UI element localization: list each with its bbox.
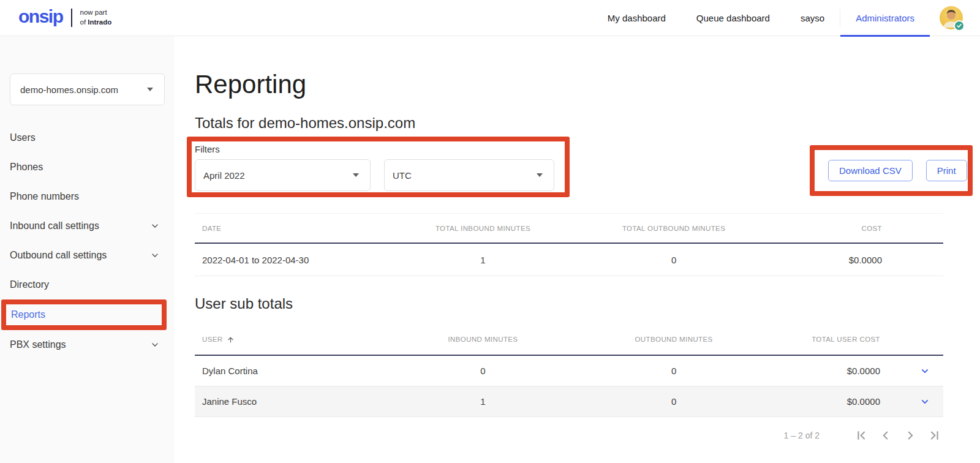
sidebar-item-label: Phones	[10, 162, 43, 173]
sidebar-item-phones[interactable]: Phones	[0, 152, 175, 182]
cell-inbound: 0	[390, 366, 577, 376]
first-page-button[interactable]	[853, 427, 870, 444]
col-header-date: DATE	[195, 225, 390, 232]
col-header-outbound: OUTBOUND MINUTES	[576, 336, 771, 343]
sidebar-item-outbound-call-settings[interactable]: Outbound call settings	[0, 241, 175, 270]
sidebar-item-inbound-call-settings[interactable]: Inbound call settings	[0, 211, 175, 241]
last-page-button[interactable]	[926, 427, 943, 444]
table-row: 2022-04-01 to 2022-04-30 1 0 $0.0000	[195, 244, 943, 276]
tagline-intrado: Intrado	[88, 18, 111, 26]
sidebar-nav: Users Phones Phone numbers Inbound call …	[0, 123, 175, 359]
sidebar-item-label: Directory	[10, 279, 49, 290]
sidebar-item-users[interactable]: Users	[0, 123, 175, 152]
chevron-right-icon	[903, 429, 917, 442]
col-header-total-inbound: TOTAL INBOUND MINUTES	[390, 225, 577, 232]
pagination: 1 – 2 of 2	[195, 427, 943, 444]
sidebar-item-reports[interactable]: Reports	[6, 304, 162, 325]
sidebar-item-label: Outbound call settings	[10, 250, 107, 261]
totals-table-header: DATE TOTAL INBOUND MINUTES TOTAL OUTBOUN…	[195, 214, 943, 244]
month-filter-value: April 2022	[203, 170, 245, 181]
print-button[interactable]: Print	[926, 160, 967, 181]
sidebar-item-label: Reports	[11, 309, 45, 320]
col-header-total-outbound: TOTAL OUTBOUND MINUTES	[576, 225, 771, 232]
chevron-down-icon	[150, 221, 160, 231]
timezone-filter-value: UTC	[393, 170, 412, 181]
page-subtitle: Totals for demo-homes.onsip.com	[195, 115, 943, 132]
table-row: Janine Fusco 1 0 $0.0000	[195, 386, 943, 417]
cell-outbound: 0	[576, 366, 771, 376]
col-header-inbound: INBOUND MINUTES	[390, 336, 577, 343]
chevron-left-icon	[879, 429, 892, 442]
pagination-range-label: 1 – 2 of 2	[784, 431, 820, 440]
main-content: Reporting Totals for demo-homes.onsip.co…	[175, 36, 980, 463]
totals-table: DATE TOTAL INBOUND MINUTES TOTAL OUTBOUN…	[195, 213, 943, 276]
sidebar-item-phone-numbers[interactable]: Phone numbers	[0, 182, 175, 211]
sidebar: demo-homes.onsip.com Users Phones Phone …	[0, 36, 175, 463]
previous-page-button[interactable]	[877, 427, 894, 444]
nav-my-dashboard[interactable]: My dashboard	[592, 0, 681, 36]
actions-annotation-box: Download CSV Print	[810, 145, 973, 196]
top-nav: My dashboard Queue dashboard sayso Admin…	[592, 0, 963, 36]
filters-label: Filters	[195, 143, 565, 155]
chevron-down-icon	[919, 365, 931, 377]
nav-administrators[interactable]: Administrators	[840, 0, 930, 36]
sidebar-item-pbx-settings[interactable]: PBX settings	[0, 330, 175, 359]
cell-outbound: 0	[576, 396, 771, 407]
caret-down-icon	[353, 173, 359, 177]
filter-selects: April 2022 UTC	[195, 159, 565, 191]
next-page-button[interactable]	[902, 427, 919, 444]
cell-cost: $0.0000	[771, 366, 907, 376]
cell-cost: $0.0000	[771, 255, 943, 265]
sidebar-item-label: Users	[10, 132, 36, 143]
cell-cost: $0.0000	[771, 396, 907, 407]
cell-inbound: 1	[390, 396, 577, 407]
onsip-logo[interactable]: onsip now part of Intrado	[18, 7, 111, 28]
table-row: Dylan Cortina 0 0 $0.0000	[195, 356, 943, 386]
col-header-total-user-cost: TOTAL USER COST	[771, 336, 907, 343]
subtotals-table-header: USER INBOUND MINUTES OUTBOUND MINUTES TO…	[195, 324, 943, 356]
col-header-user-label: USER	[202, 336, 223, 343]
chevron-down-icon	[919, 396, 931, 408]
cell-inbound: 1	[390, 255, 577, 265]
filters-annotation-box: Filters April 2022 UTC	[187, 137, 570, 197]
cell-user: Dylan Cortina	[195, 366, 390, 376]
top-header: onsip now part of Intrado My dashboard Q…	[0, 0, 980, 36]
logo-tagline: now part of Intrado	[80, 8, 112, 27]
sidebar-item-label: Inbound call settings	[10, 220, 99, 232]
download-csv-button[interactable]: Download CSV	[828, 160, 913, 181]
reports-annotation-box: Reports	[1, 299, 167, 330]
sidebar-item-label: PBX settings	[10, 339, 66, 350]
sidebar-item-directory[interactable]: Directory	[0, 270, 175, 299]
caret-down-icon	[147, 88, 153, 91]
domain-select-value: demo-homes.onsip.com	[20, 85, 118, 95]
expand-row-button[interactable]	[907, 365, 943, 377]
onsip-wordmark: onsip	[18, 7, 63, 28]
sort-arrow-up-icon	[227, 336, 235, 344]
caret-down-icon	[537, 173, 543, 177]
filters-row: Filters April 2022 UTC Download CSV Prin…	[195, 137, 943, 197]
nav-queue-dashboard[interactable]: Queue dashboard	[681, 0, 785, 36]
user-sub-totals-heading: User sub totals	[195, 295, 943, 313]
user-avatar[interactable]	[940, 6, 963, 29]
first-page-icon	[854, 429, 868, 442]
user-subtotals-table: USER INBOUND MINUTES OUTBOUND MINUTES TO…	[195, 324, 943, 417]
col-header-user-sort[interactable]: USER	[195, 336, 390, 344]
check-badge-icon	[954, 20, 965, 31]
col-header-cost: COST	[771, 225, 943, 232]
tagline-line2-prefix: of	[80, 18, 86, 26]
logo-divider	[71, 9, 72, 27]
sidebar-item-label: Phone numbers	[10, 191, 79, 202]
cell-outbound: 0	[576, 255, 771, 265]
domain-select[interactable]: demo-homes.onsip.com	[10, 73, 165, 105]
body-row: demo-homes.onsip.com Users Phones Phone …	[0, 36, 980, 463]
month-filter-select[interactable]: April 2022	[195, 159, 371, 191]
tagline-line1: now part	[80, 9, 107, 16]
chevron-down-icon	[150, 250, 160, 260]
cell-date: 2022-04-01 to 2022-04-30	[195, 255, 390, 265]
chevron-down-icon	[150, 340, 160, 350]
timezone-filter-select[interactable]: UTC	[384, 159, 554, 191]
expand-row-button[interactable]	[907, 396, 943, 408]
nav-sayso[interactable]: sayso	[785, 0, 840, 36]
page-title: Reporting	[195, 70, 943, 99]
cell-user: Janine Fusco	[195, 396, 390, 407]
